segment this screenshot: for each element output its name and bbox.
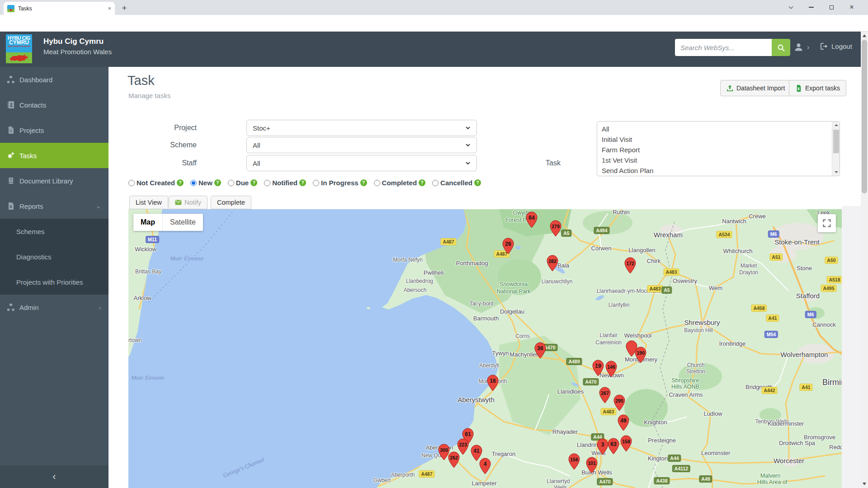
map-pin-49[interactable]: 49 xyxy=(618,414,629,432)
sitemap-icon xyxy=(7,304,14,311)
map-type-map-button[interactable]: Map xyxy=(133,214,162,231)
radio-icon[interactable] xyxy=(374,180,380,186)
help-icon[interactable]: ? xyxy=(360,179,367,186)
task-option[interactable]: Farm Report xyxy=(597,145,840,155)
radio-icon[interactable] xyxy=(264,180,270,186)
datasheet-import-label: Datasheet Import xyxy=(736,84,785,92)
sidebar-item-projects-with-priorities[interactable]: Projects with Priorities xyxy=(0,269,108,295)
staff-label: Staff xyxy=(124,159,197,167)
map-pin-26[interactable]: 26 xyxy=(502,238,514,255)
window-close-button[interactable]: × xyxy=(845,0,859,14)
status-radio-cancelled[interactable]: Cancelled? xyxy=(432,179,481,187)
scheme-select[interactable]: All xyxy=(246,137,477,153)
map-pin-36[interactable]: 36 xyxy=(534,342,546,359)
svg-text:49: 49 xyxy=(620,418,627,424)
gears-icon xyxy=(7,152,14,159)
page-gutter xyxy=(842,206,861,488)
svg-text:295: 295 xyxy=(615,398,623,404)
help-icon[interactable]: ? xyxy=(177,179,184,186)
map-pin-172[interactable]: 172 xyxy=(624,257,636,274)
svg-text:279: 279 xyxy=(552,224,560,229)
help-icon[interactable]: ? xyxy=(419,179,425,186)
map-pin-63[interactable]: 63 xyxy=(608,438,619,455)
user-menu[interactable]: › xyxy=(794,42,809,52)
map-pin-279[interactable]: 279 xyxy=(550,220,561,237)
task-option[interactable]: All xyxy=(597,124,840,134)
help-icon[interactable]: ? xyxy=(299,179,306,186)
complete-button[interactable]: Complete xyxy=(211,196,251,209)
sidebar-item-label: Dashboard xyxy=(19,76,52,84)
window-menu-chevron-icon[interactable] xyxy=(784,0,797,14)
sidebar-item-diagnostics[interactable]: Diagnostics xyxy=(0,244,108,269)
map-pin-16[interactable]: 16 xyxy=(487,375,499,392)
sidebar-item-contacts[interactable]: Contacts xyxy=(0,92,108,117)
logout-icon xyxy=(821,43,828,50)
status-radio-new[interactable]: New? xyxy=(190,179,221,187)
map-pin-3[interactable]: 3 xyxy=(597,438,609,455)
task-option[interactable]: Send Action Plan xyxy=(597,165,840,176)
radio-icon[interactable] xyxy=(432,180,439,186)
page-scrollbar-thumb[interactable] xyxy=(862,40,867,193)
list-view-button[interactable]: List View xyxy=(129,196,168,209)
map-pin-146[interactable]: 146 xyxy=(605,361,617,378)
radio-icon[interactable] xyxy=(190,180,197,186)
page-scrollbar[interactable] xyxy=(861,32,868,488)
help-icon[interactable]: ? xyxy=(214,179,221,186)
status-radio-notified[interactable]: Notified? xyxy=(264,179,306,187)
map-pin-19[interactable]: 19 xyxy=(592,360,604,377)
map-pin-262[interactable]: 262 xyxy=(448,451,460,469)
browser-toolbar: ← → i http://localhost:3019/tasks ☆ ••• … xyxy=(0,15,868,32)
help-icon[interactable]: ? xyxy=(474,179,481,186)
sidebar-item-dashboard[interactable]: Dashboard xyxy=(0,67,108,92)
browser-tab[interactable]: Tasks × xyxy=(4,2,115,15)
export-tasks-button[interactable]: Export tasks xyxy=(789,80,846,96)
sidebar-item-schemes[interactable]: Schemes xyxy=(0,219,108,244)
fullscreen-button[interactable] xyxy=(818,214,836,232)
radio-icon[interactable] xyxy=(228,180,234,186)
map-pin-4[interactable]: 4 xyxy=(479,458,491,475)
window-minimize-button[interactable] xyxy=(804,0,818,14)
map-pin-101[interactable]: 101 xyxy=(586,457,598,474)
logout-label: Logout xyxy=(831,42,852,50)
map[interactable]: WicklowMuir ÉireannBrittas BayArklowCour… xyxy=(128,209,842,488)
task-multiselect[interactable]: AllInitial VisitFarm Report1st Vet Visit… xyxy=(597,121,840,176)
status-radio-not-created[interactable]: Not Created? xyxy=(128,179,184,187)
notify-button[interactable]: Notify xyxy=(169,196,208,209)
listbox-scrollbar-thumb[interactable] xyxy=(833,130,839,153)
status-radio-in-progress[interactable]: In Progress? xyxy=(313,179,367,187)
sidebar-item-tasks[interactable]: Tasks xyxy=(0,143,108,168)
staff-select[interactable]: All xyxy=(246,155,477,171)
sidebar-item-projects[interactable]: Projects xyxy=(0,117,108,143)
svg-text:36: 36 xyxy=(537,345,543,352)
datasheet-import-button[interactable]: Datasheet Import xyxy=(720,80,791,96)
map-pin-64[interactable]: 64 xyxy=(526,211,538,229)
project-select[interactable]: Stoc+ xyxy=(246,120,477,136)
task-option[interactable]: Initial Visit xyxy=(597,134,840,145)
status-radio-completed[interactable]: Completed? xyxy=(374,179,426,187)
window-restore-button[interactable] xyxy=(825,0,838,14)
task-option[interactable]: 1st Vet Visit xyxy=(597,155,840,165)
logout-button[interactable]: Logout xyxy=(821,42,852,50)
tab-close-icon[interactable]: × xyxy=(108,5,111,12)
sidebar: DashboardContactsProjectsTasksDocument L… xyxy=(0,67,108,488)
map-type-satellite-button[interactable]: Satellite xyxy=(162,214,203,231)
help-icon[interactable]: ? xyxy=(250,179,257,186)
map-pin-190[interactable]: 190 xyxy=(635,347,646,364)
search-input[interactable] xyxy=(675,39,772,56)
svg-text:63: 63 xyxy=(610,441,617,447)
map-pin-156[interactable]: 156 xyxy=(568,453,580,470)
sidebar-item-document-library[interactable]: Document Library xyxy=(0,168,108,193)
map-pin-282[interactable]: 282 xyxy=(547,255,558,272)
sidebar-item-reports[interactable]: Reports⌄ xyxy=(0,193,108,219)
new-tab-button[interactable]: + xyxy=(118,3,130,14)
map-pin-295[interactable]: 295 xyxy=(613,394,625,412)
map-pin-267[interactable]: 267 xyxy=(599,387,611,404)
sidebar-collapse-button[interactable]: ‹ xyxy=(0,465,108,488)
radio-icon[interactable] xyxy=(128,180,135,186)
map-pin-158[interactable]: 158 xyxy=(620,435,632,452)
status-radio-due[interactable]: Due? xyxy=(228,179,257,187)
listbox-scrollbar[interactable] xyxy=(832,122,840,176)
search-button[interactable] xyxy=(772,39,790,56)
sidebar-item-admin[interactable]: Admin› xyxy=(0,295,108,320)
radio-icon[interactable] xyxy=(313,180,319,186)
